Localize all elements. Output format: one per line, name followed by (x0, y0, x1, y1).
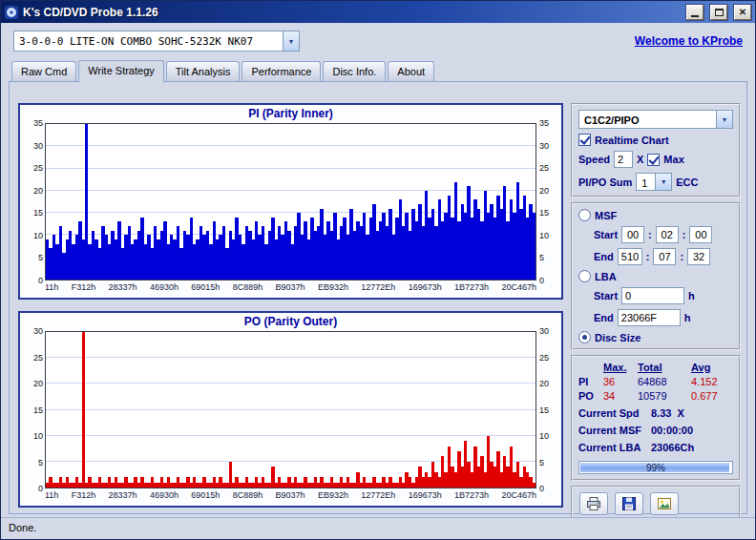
maximize-button[interactable] (710, 5, 727, 20)
x-tick-label: 28337h (109, 490, 137, 503)
minimize-button[interactable] (686, 5, 704, 20)
y-tick-label: 25 (539, 164, 549, 173)
y-tick-label: 10 (539, 432, 549, 441)
drive-select[interactable]: 3-0-0-0 LITE-ON COMBO SOHC-5232K NK07 ▼ (13, 31, 300, 52)
welcome-link[interactable]: Welcome to KProbe (635, 34, 743, 48)
print-button[interactable] (579, 492, 608, 515)
chevron-down-icon[interactable]: ▼ (716, 111, 732, 128)
stats-header-max: Max. (603, 362, 638, 373)
pi-y-axis-right: 05101520253035 (536, 123, 556, 280)
stats-po-max: 34 (603, 390, 638, 402)
tab-raw-cmd[interactable]: Raw Cmd (11, 61, 76, 81)
stats-po-label: PO (578, 390, 603, 402)
realtime-chart-label: Realtime Chart (595, 135, 669, 146)
msf-end-frame-input[interactable] (687, 248, 710, 265)
current-lba-label: Current LBA (578, 442, 651, 453)
tab-disc-info[interactable]: Disc Info. (323, 61, 386, 81)
chevron-down-icon[interactable]: ▼ (655, 174, 671, 190)
current-speed-label: Current Spd (578, 407, 651, 419)
pipo-sum-select[interactable]: 1 ▼ (636, 173, 672, 191)
y-tick-label: 25 (33, 353, 43, 362)
msf-end-sec-input[interactable] (653, 248, 676, 265)
stats-po-avg: 0.677 (691, 390, 733, 402)
header-row: 3-0-0-0 LITE-ON COMBO SOHC-5232K NK07 ▼ … (13, 31, 743, 52)
msf-start-frame-input[interactable] (689, 226, 712, 243)
lba-end-label: End (594, 312, 614, 323)
lba-radio[interactable] (578, 270, 591, 282)
y-tick-label: 0 (38, 485, 43, 493)
y-tick-label: 5 (539, 254, 544, 262)
current-msf-label: Current MSF (578, 425, 651, 436)
pi-y-axis-left: 05101520253035 (26, 123, 45, 280)
tab-write-strategy[interactable]: Write Strategy (78, 60, 164, 83)
current-lba-row: Current LBA 23066Ch (578, 442, 733, 453)
range-group: MSF Start : : End : : (571, 202, 741, 350)
y-tick-label: 15 (539, 209, 549, 218)
y-tick-label: 0 (38, 277, 43, 285)
mode-select[interactable]: C1C2/PIPO ▼ (578, 110, 733, 129)
stats-group: Max. Total Avg PI 36 64868 4.152 PO 34 1… (571, 355, 741, 481)
msf-separator: : (680, 251, 683, 262)
x-tick-label: F312h (72, 490, 96, 503)
speed-row: Speed X Max (578, 151, 733, 168)
msf-radio[interactable] (578, 209, 591, 221)
y-tick-label: 30 (33, 141, 43, 150)
y-tick-label: 30 (539, 327, 549, 336)
y-tick-label: 15 (33, 209, 43, 218)
progress-label: 99% (579, 462, 732, 473)
msf-start-label: Start (594, 229, 618, 240)
y-tick-label: 15 (33, 405, 43, 414)
x-tick-label: 46930h (150, 490, 178, 503)
close-button[interactable]: ✕ (734, 5, 751, 20)
image-icon (657, 496, 672, 511)
bar (533, 483, 536, 488)
msf-separator: : (648, 229, 652, 240)
mode-select-value: C1C2/PIPO (579, 111, 716, 128)
y-tick-label: 10 (539, 231, 549, 239)
disc-size-radio[interactable] (578, 331, 591, 343)
lba-label: LBA (595, 271, 617, 282)
pi-chart: PI (Parity Inner) 05101520253035 0510152… (18, 103, 563, 300)
realtime-chart-checkbox[interactable] (578, 134, 591, 146)
save-image-button[interactable] (650, 492, 679, 515)
bar (533, 213, 536, 280)
y-tick-label: 10 (33, 432, 43, 441)
bars (46, 124, 536, 280)
save-button[interactable] (615, 492, 643, 515)
lba-start-unit: h (688, 290, 695, 301)
y-tick-label: 15 (539, 405, 549, 414)
x-tick-label: 12772Eh (361, 490, 395, 503)
msf-start-sec-input[interactable] (656, 226, 679, 243)
charts-column: PI (Parity Inner) 05101520253035 0510152… (18, 103, 563, 508)
write-strategy-page: PI (Parity Inner) 05101520253035 0510152… (9, 81, 747, 514)
tab-tilt-analysis[interactable]: Tilt Analysis (166, 61, 241, 81)
msf-start-min-input[interactable] (621, 226, 644, 243)
max-speed-checkbox[interactable] (647, 154, 660, 166)
drive-select-value: 3-0-0-0 LITE-ON COMBO SOHC-5232K NK07 (14, 31, 283, 51)
x-tick-label: B9037h (276, 282, 305, 295)
chevron-down-icon[interactable]: ▼ (283, 31, 299, 51)
msf-radio-row: MSF (578, 209, 733, 221)
pi-chart-title: PI (Parity Inner) (26, 107, 556, 123)
tab-bar: Raw Cmd Write Strategy Tilt Analysis Per… (11, 60, 434, 81)
lba-start-label: Start (594, 290, 618, 301)
tab-about[interactable]: About (388, 61, 434, 81)
x-tick-label: EB932h (318, 282, 348, 295)
y-tick-label: 30 (33, 327, 43, 336)
bar (82, 332, 85, 488)
maximize-icon (715, 9, 724, 16)
y-tick-label: 20 (33, 186, 43, 195)
y-tick-label: 30 (539, 141, 549, 150)
speed-label: Speed (578, 154, 610, 165)
x-tick-label: 28337h (109, 282, 137, 295)
control-panel: C1C2/PIPO ▼ Realtime Chart Speed X Max P… (571, 103, 741, 508)
max-speed-label: Max (663, 154, 683, 165)
lba-end-input[interactable] (618, 309, 681, 326)
stats-header-total: Total (638, 362, 691, 373)
x-tick-label: 69015h (191, 490, 220, 503)
speed-input[interactable] (614, 151, 633, 168)
y-tick-label: 5 (38, 254, 43, 262)
tab-performance[interactable]: Performance (242, 61, 321, 81)
lba-start-input[interactable] (621, 287, 684, 304)
msf-end-min-input[interactable] (618, 248, 642, 265)
